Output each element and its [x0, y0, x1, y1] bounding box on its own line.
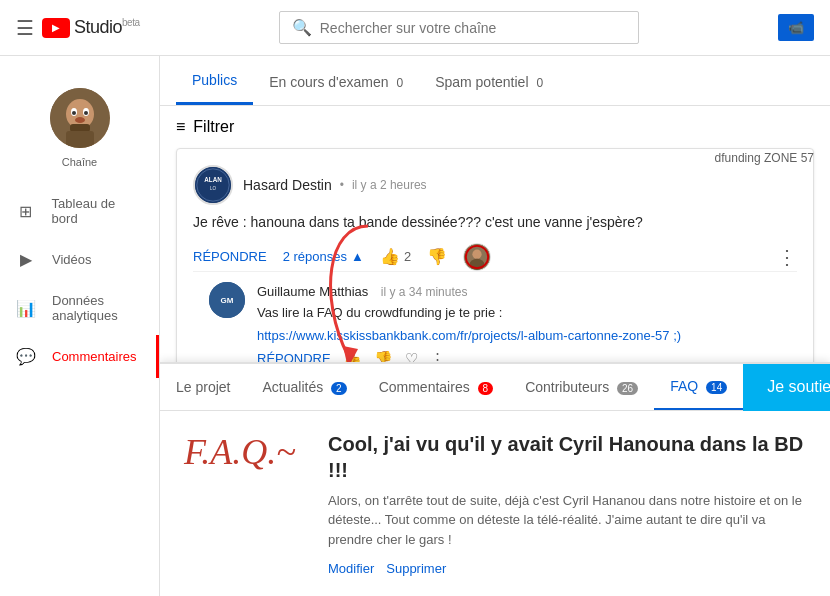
search-icon: 🔍: [292, 18, 312, 37]
beta-label: beta: [122, 17, 139, 28]
search-input[interactable]: [320, 20, 626, 36]
comments-tabs: Publics En cours d'examen 0 Spam potenti…: [160, 56, 830, 106]
filter-label[interactable]: Filtrer: [193, 118, 234, 136]
reply-avatar-1: GM: [209, 282, 245, 318]
sidebar-item-dashboard[interactable]: ⊞ Tableau de bord: [0, 184, 159, 238]
overlay-tab-faq-label: FAQ: [670, 378, 698, 394]
avatar-image: [50, 88, 110, 148]
main-layout: Chaîne ⊞ Tableau de bord ▶ Vidéos 📊 Donn…: [0, 56, 830, 596]
overlay-tab-contributeurs-label: Contributeurs: [525, 379, 609, 395]
overlay-tab-projet-label: Le projet: [176, 379, 230, 395]
chain-label: Chaîne: [62, 156, 97, 168]
overlay-tab-contributeurs[interactable]: Contributeurs 26: [509, 365, 654, 409]
overlay-tab-faq-badge: 14: [706, 381, 727, 394]
tab-en-cours-label: En cours d'examen: [269, 74, 388, 90]
crowdfunding-label: dfunding ZONE 57: [715, 151, 814, 165]
sidebar-item-comments-label: Commentaires: [52, 349, 137, 364]
bottom-overlay: Le projet Actualités 2 Commentaires 8 Co…: [160, 362, 830, 597]
sidebar-item-comments[interactable]: 💬 Commentaires: [0, 335, 159, 378]
overlay-tab-projet[interactable]: Le projet: [160, 365, 246, 409]
like-count: 2: [404, 249, 411, 264]
faq-delete-link[interactable]: Supprimer: [386, 561, 446, 576]
tab-spam-label: Spam potentiel: [435, 74, 528, 90]
svg-point-4: [72, 111, 76, 115]
comment-actions: RÉPONDRE 2 réponses ▲ 👍 2 👎: [193, 243, 797, 271]
comment-meta: Hasard Destin • il y a 2 heures: [243, 177, 427, 193]
svg-point-14: [472, 249, 481, 258]
comment-header: ALAN LO Hasard Destin • il y a 2 heures: [193, 165, 797, 205]
overlay-tab-actualites-label: Actualités: [262, 379, 323, 395]
tab-publics-label: Publics: [192, 72, 237, 88]
sidebar-avatar-section: Chaîne: [0, 72, 159, 184]
faq-body: Alors, on t'arrête tout de suite, déjà c…: [328, 491, 806, 550]
sidebar-item-analytics-label: Données analytiques: [52, 293, 143, 323]
search-input-wrap: 🔍: [279, 11, 639, 44]
overlay-tab-actualites[interactable]: Actualités 2: [246, 365, 362, 409]
faq-text-area: Cool, j'ai vu qu'il y avait Cyril Hanoun…: [328, 431, 806, 577]
reply-button[interactable]: RÉPONDRE: [193, 249, 267, 264]
svg-rect-8: [66, 131, 94, 148]
youtube-logo-icon: [42, 18, 70, 38]
faq-actions: Modifier Supprimer: [328, 561, 806, 576]
svg-rect-7: [70, 124, 90, 132]
overlay-tab-commentaires-badge: 8: [478, 382, 494, 395]
tab-spam[interactable]: Spam potentiel 0: [419, 58, 559, 104]
svg-text:LO: LO: [210, 186, 217, 191]
svg-text:GM: GM: [221, 296, 234, 305]
dashboard-icon: ⊞: [16, 202, 36, 221]
topbar-left: ☰ Studiobeta: [16, 16, 140, 40]
tab-publics[interactable]: Publics: [176, 56, 253, 105]
tab-en-cours-badge: 0: [396, 76, 403, 90]
avatar[interactable]: [50, 88, 110, 148]
create-video-button[interactable]: 📹: [778, 14, 814, 41]
overlay-tabs: Le projet Actualités 2 Commentaires 8 Co…: [160, 364, 743, 411]
svg-point-5: [84, 111, 88, 115]
search-bar: 🔍: [140, 11, 778, 44]
comments-icon: 💬: [16, 347, 36, 366]
comment-author: Hasard Destin: [243, 177, 332, 193]
reply-time-1: il y a 34 minutes: [381, 285, 468, 299]
reply-avatar-svg: [464, 243, 490, 271]
faq-title: Cool, j'ai vu qu'il y avait Cyril Hanoun…: [328, 431, 806, 483]
svg-point-6: [75, 117, 85, 123]
topbar-right: 📹: [778, 14, 814, 41]
je-soutiens-button[interactable]: Je soutiens: [743, 364, 830, 411]
overlay-tab-commentaires-label: Commentaires: [379, 379, 470, 395]
overlay-tab-contributeurs-badge: 26: [617, 382, 638, 395]
reply-avatar-small: [463, 243, 491, 271]
overlay-tab-commentaires[interactable]: Commentaires 8: [363, 365, 509, 409]
comment-time: il y a 2 heures: [352, 178, 427, 192]
filter-icon: ≡: [176, 118, 185, 136]
gm-avatar-svg: GM: [209, 282, 245, 318]
sidebar-item-analytics[interactable]: 📊 Données analytiques: [0, 281, 159, 335]
sidebar-item-videos[interactable]: ▶ Vidéos: [0, 238, 159, 281]
tab-en-cours[interactable]: En cours d'examen 0: [253, 58, 419, 104]
analytics-icon: 📊: [16, 299, 36, 318]
menu-icon[interactable]: ☰: [16, 16, 34, 40]
overlay-tabs-row: Le projet Actualités 2 Commentaires 8 Co…: [160, 364, 830, 411]
svg-text:ALAN: ALAN: [204, 176, 222, 183]
more-options-button[interactable]: ⋮: [777, 245, 797, 269]
comment-avatar: ALAN LO: [193, 165, 233, 205]
main-content: Publics En cours d'examen 0 Spam potenti…: [160, 56, 830, 596]
sidebar-item-videos-label: Vidéos: [52, 252, 92, 267]
studio-text: Studiobeta: [74, 17, 140, 38]
sidebar: Chaîne ⊞ Tableau de bord ▶ Vidéos 📊 Donn…: [0, 56, 160, 596]
comment-dot: •: [340, 178, 344, 192]
comment-text: Je rêve : hanouna dans ta bande dessinée…: [193, 213, 797, 233]
avatar-svg: [50, 88, 110, 148]
overlay-tab-faq[interactable]: FAQ 14: [654, 364, 743, 410]
youtube-logo: Studiobeta: [42, 17, 140, 38]
faq-modify-link[interactable]: Modifier: [328, 561, 374, 576]
sidebar-item-dashboard-label: Tableau de bord: [52, 196, 143, 226]
overlay-tab-actualites-badge: 2: [331, 382, 347, 395]
tab-spam-badge: 0: [536, 76, 543, 90]
red-arrow-annotation: [308, 216, 388, 380]
topbar: ☰ Studiobeta 🔍 📹: [0, 0, 830, 56]
dislike-button[interactable]: 👎: [427, 247, 447, 266]
faq-logo: F.A.Q.~: [184, 431, 304, 474]
overlay-content: F.A.Q.~ Cool, j'ai vu qu'il y avait Cyri…: [160, 411, 830, 597]
sidebar-nav: ⊞ Tableau de bord ▶ Vidéos 📊 Données ana…: [0, 184, 159, 378]
filter-bar: ≡ Filtrer: [160, 106, 830, 148]
hasard-avatar-svg: ALAN LO: [195, 165, 231, 205]
